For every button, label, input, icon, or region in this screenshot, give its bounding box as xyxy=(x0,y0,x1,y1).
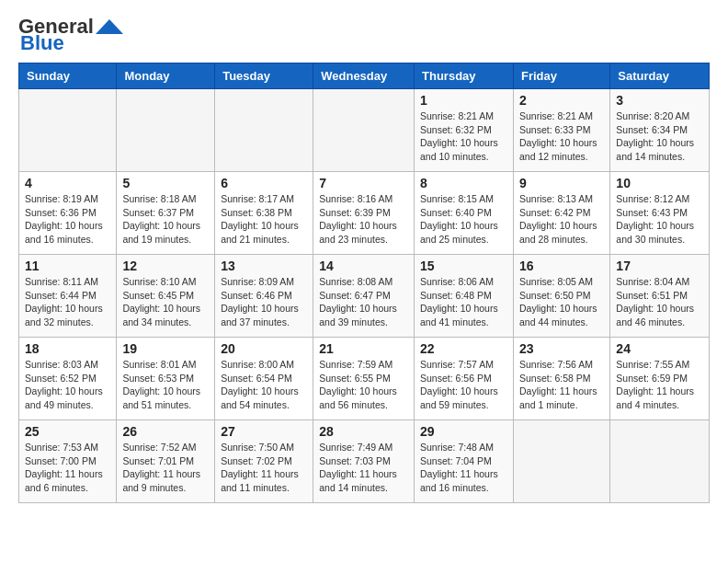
calendar-cell: 25Sunrise: 7:53 AM Sunset: 7:00 PM Dayli… xyxy=(19,420,117,503)
calendar-cell: 11Sunrise: 8:11 AM Sunset: 6:44 PM Dayli… xyxy=(19,255,117,338)
day-info: Sunrise: 8:08 AM Sunset: 6:47 PM Dayligh… xyxy=(319,275,408,329)
calendar-cell: 15Sunrise: 8:06 AM Sunset: 6:48 PM Dayli… xyxy=(415,255,514,338)
calendar-cell: 22Sunrise: 7:57 AM Sunset: 6:56 PM Dayli… xyxy=(415,338,514,420)
day-header: Tuesday xyxy=(215,63,313,89)
day-info: Sunrise: 7:59 AM Sunset: 6:55 PM Dayligh… xyxy=(319,358,408,412)
calendar-cell: 17Sunrise: 8:04 AM Sunset: 6:51 PM Dayli… xyxy=(610,255,710,338)
day-number: 4 xyxy=(25,176,110,190)
calendar-week-row: 4Sunrise: 8:19 AM Sunset: 6:36 PM Daylig… xyxy=(19,172,710,255)
calendar-week-row: 18Sunrise: 8:03 AM Sunset: 6:52 PM Dayli… xyxy=(19,338,710,420)
calendar-cell: 13Sunrise: 8:09 AM Sunset: 6:46 PM Dayli… xyxy=(215,255,313,338)
calendar-body: 1Sunrise: 8:21 AM Sunset: 6:32 PM Daylig… xyxy=(19,89,710,503)
day-info: Sunrise: 8:12 AM Sunset: 6:43 PM Dayligh… xyxy=(616,192,703,247)
day-number: 16 xyxy=(519,259,604,273)
day-number: 1 xyxy=(420,93,507,108)
day-info: Sunrise: 7:55 AM Sunset: 6:59 PM Dayligh… xyxy=(616,358,703,412)
day-number: 10 xyxy=(616,176,703,190)
calendar-cell xyxy=(610,420,710,503)
day-info: Sunrise: 8:16 AM Sunset: 6:39 PM Dayligh… xyxy=(319,192,408,247)
calendar-cell: 29Sunrise: 7:48 AM Sunset: 7:04 PM Dayli… xyxy=(415,420,514,503)
day-info: Sunrise: 8:00 AM Sunset: 6:54 PM Dayligh… xyxy=(221,358,307,412)
calendar-cell: 12Sunrise: 8:10 AM Sunset: 6:45 PM Dayli… xyxy=(117,255,215,338)
day-info: Sunrise: 7:53 AM Sunset: 7:00 PM Dayligh… xyxy=(25,441,110,495)
day-number: 7 xyxy=(319,176,408,190)
day-info: Sunrise: 8:11 AM Sunset: 6:44 PM Dayligh… xyxy=(25,275,110,329)
calendar-table: SundayMondayTuesdayWednesdayThursdayFrid… xyxy=(18,63,710,503)
calendar-cell: 28Sunrise: 7:49 AM Sunset: 7:03 PM Dayli… xyxy=(313,420,415,503)
calendar-cell: 21Sunrise: 7:59 AM Sunset: 6:55 PM Dayli… xyxy=(313,338,415,420)
day-number: 25 xyxy=(25,424,110,439)
day-number: 15 xyxy=(420,259,507,273)
calendar-cell xyxy=(215,89,313,172)
day-header: Saturday xyxy=(610,63,710,89)
calendar-cell: 26Sunrise: 7:52 AM Sunset: 7:01 PM Dayli… xyxy=(117,420,215,503)
day-header: Monday xyxy=(117,63,215,89)
calendar-cell: 20Sunrise: 8:00 AM Sunset: 6:54 PM Dayli… xyxy=(215,338,313,420)
day-header: Friday xyxy=(513,63,609,89)
day-info: Sunrise: 7:56 AM Sunset: 6:58 PM Dayligh… xyxy=(519,358,604,412)
day-number: 5 xyxy=(122,176,209,190)
calendar-cell xyxy=(117,89,215,172)
day-info: Sunrise: 8:01 AM Sunset: 6:53 PM Dayligh… xyxy=(122,358,209,412)
calendar-cell: 16Sunrise: 8:05 AM Sunset: 6:50 PM Dayli… xyxy=(513,255,609,338)
day-number: 29 xyxy=(420,424,507,439)
logo-blue: Blue xyxy=(20,31,64,55)
calendar-cell: 8Sunrise: 8:15 AM Sunset: 6:40 PM Daylig… xyxy=(415,172,514,255)
day-info: Sunrise: 8:04 AM Sunset: 6:51 PM Dayligh… xyxy=(616,275,703,329)
day-number: 26 xyxy=(122,424,209,439)
page-container: General Blue SundayMondayTuesdayWednesda… xyxy=(0,0,728,518)
logo: General Blue xyxy=(18,15,123,55)
day-info: Sunrise: 8:15 AM Sunset: 6:40 PM Dayligh… xyxy=(420,192,507,247)
day-info: Sunrise: 8:06 AM Sunset: 6:48 PM Dayligh… xyxy=(420,275,507,329)
calendar-week-row: 1Sunrise: 8:21 AM Sunset: 6:32 PM Daylig… xyxy=(19,89,710,172)
calendar-cell: 9Sunrise: 8:13 AM Sunset: 6:42 PM Daylig… xyxy=(513,172,609,255)
calendar-cell: 24Sunrise: 7:55 AM Sunset: 6:59 PM Dayli… xyxy=(610,338,710,420)
calendar-cell: 18Sunrise: 8:03 AM Sunset: 6:52 PM Dayli… xyxy=(19,338,117,420)
day-number: 3 xyxy=(616,93,703,108)
day-info: Sunrise: 7:48 AM Sunset: 7:04 PM Dayligh… xyxy=(420,441,507,495)
day-info: Sunrise: 7:52 AM Sunset: 7:01 PM Dayligh… xyxy=(122,441,209,495)
calendar-cell: 2Sunrise: 8:21 AM Sunset: 6:33 PM Daylig… xyxy=(513,89,609,172)
calendar-week-row: 11Sunrise: 8:11 AM Sunset: 6:44 PM Dayli… xyxy=(19,255,710,338)
calendar-cell: 27Sunrise: 7:50 AM Sunset: 7:02 PM Dayli… xyxy=(215,420,313,503)
day-number: 19 xyxy=(122,341,209,356)
day-number: 20 xyxy=(221,341,307,356)
calendar-cell: 7Sunrise: 8:16 AM Sunset: 6:39 PM Daylig… xyxy=(313,172,415,255)
day-number: 12 xyxy=(122,259,209,273)
day-number: 9 xyxy=(519,176,604,190)
day-info: Sunrise: 8:21 AM Sunset: 6:32 PM Dayligh… xyxy=(420,109,507,164)
day-info: Sunrise: 7:50 AM Sunset: 7:02 PM Dayligh… xyxy=(221,441,307,495)
day-info: Sunrise: 7:57 AM Sunset: 6:56 PM Dayligh… xyxy=(420,358,507,412)
calendar-week-row: 25Sunrise: 7:53 AM Sunset: 7:00 PM Dayli… xyxy=(19,420,710,503)
day-info: Sunrise: 7:49 AM Sunset: 7:03 PM Dayligh… xyxy=(319,441,408,495)
day-info: Sunrise: 8:09 AM Sunset: 6:46 PM Dayligh… xyxy=(221,275,307,329)
day-header: Sunday xyxy=(19,63,117,89)
header: General Blue xyxy=(18,15,710,55)
calendar-cell: 6Sunrise: 8:17 AM Sunset: 6:38 PM Daylig… xyxy=(215,172,313,255)
day-number: 8 xyxy=(420,176,507,190)
day-header: Thursday xyxy=(415,63,514,89)
day-info: Sunrise: 8:20 AM Sunset: 6:34 PM Dayligh… xyxy=(616,109,703,164)
day-number: 18 xyxy=(25,341,110,356)
day-number: 24 xyxy=(616,341,703,356)
day-info: Sunrise: 8:13 AM Sunset: 6:42 PM Dayligh… xyxy=(519,192,604,247)
day-number: 27 xyxy=(221,424,307,439)
day-info: Sunrise: 8:17 AM Sunset: 6:38 PM Dayligh… xyxy=(221,192,307,247)
day-number: 22 xyxy=(420,341,507,356)
calendar-cell: 5Sunrise: 8:18 AM Sunset: 6:37 PM Daylig… xyxy=(117,172,215,255)
day-info: Sunrise: 8:03 AM Sunset: 6:52 PM Dayligh… xyxy=(25,358,110,412)
calendar-cell: 10Sunrise: 8:12 AM Sunset: 6:43 PM Dayli… xyxy=(610,172,710,255)
calendar-cell: 23Sunrise: 7:56 AM Sunset: 6:58 PM Dayli… xyxy=(513,338,609,420)
day-number: 2 xyxy=(519,93,604,108)
calendar-cell: 3Sunrise: 8:20 AM Sunset: 6:34 PM Daylig… xyxy=(610,89,710,172)
svg-marker-0 xyxy=(96,19,123,34)
logo-icon xyxy=(96,17,123,36)
day-number: 11 xyxy=(25,259,110,273)
day-number: 28 xyxy=(319,424,408,439)
day-info: Sunrise: 8:05 AM Sunset: 6:50 PM Dayligh… xyxy=(519,275,604,329)
calendar-header-row: SundayMondayTuesdayWednesdayThursdayFrid… xyxy=(19,63,710,89)
day-number: 14 xyxy=(319,259,408,273)
calendar-cell xyxy=(513,420,609,503)
day-info: Sunrise: 8:19 AM Sunset: 6:36 PM Dayligh… xyxy=(25,192,110,247)
calendar-cell: 4Sunrise: 8:19 AM Sunset: 6:36 PM Daylig… xyxy=(19,172,117,255)
